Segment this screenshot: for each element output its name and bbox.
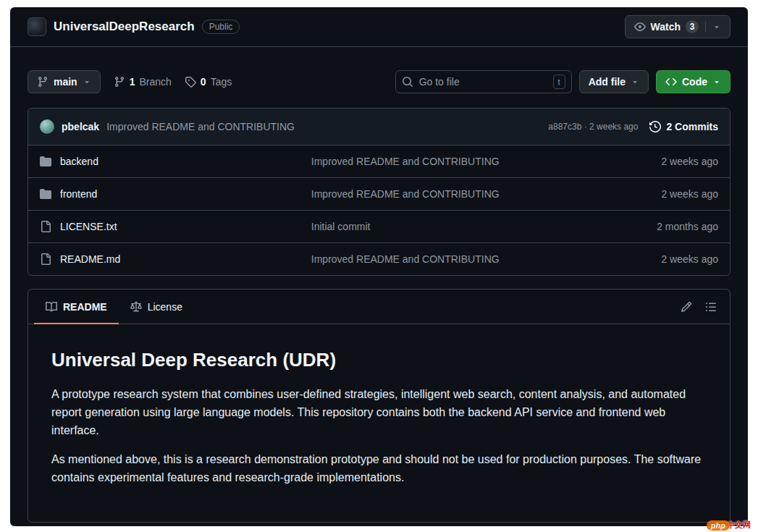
file-name[interactable]: frontend (60, 188, 97, 200)
tab-license-label: License (148, 301, 182, 313)
go-to-file-input[interactable] (419, 76, 547, 88)
current-branch-label: main (54, 76, 77, 88)
repo-name[interactable]: UniversalDeepResearch (54, 20, 195, 34)
latest-commit-info: pbelcak Improved README and CONTRIBUTING (40, 119, 295, 134)
git-branch-icon (114, 76, 125, 88)
tab-readme[interactable]: README (34, 290, 119, 324)
button-separator (705, 21, 706, 33)
add-file-button[interactable]: Add file (579, 70, 649, 93)
chevron-down-icon (712, 77, 721, 86)
pencil-icon (681, 301, 692, 313)
files-table: pbelcak Improved README and CONTRIBUTING… (28, 108, 730, 276)
eye-icon (634, 21, 646, 33)
edit-readme-button[interactable] (681, 301, 692, 313)
file-commit-message[interactable]: Improved README and CONTRIBUTING (311, 188, 610, 200)
keyboard-shortcut-hint: t (553, 75, 565, 89)
tab-license[interactable]: License (119, 290, 194, 324)
branch-selector-button[interactable]: main (28, 70, 101, 93)
commit-author[interactable]: pbelcak (62, 121, 99, 132)
table-row[interactable]: LICENSE.txt Initial commit 2 months ago (28, 210, 730, 242)
folder-icon (40, 156, 51, 167)
add-file-label: Add file (589, 76, 626, 88)
commit-author-avatar[interactable] (40, 119, 54, 134)
book-icon (46, 301, 57, 313)
file-name[interactable]: backend (60, 156, 98, 167)
file-commit-time: 2 weeks ago (610, 253, 718, 265)
latest-commit-meta: a887c3b · 2 weeks ago 2 Commits (548, 121, 718, 132)
readme-panel: README License Universal Deep Research (… (28, 289, 730, 523)
file-commit-time: 2 months ago (610, 221, 718, 232)
file-name-cell[interactable]: LICENSE.txt (40, 221, 311, 232)
chevron-down-icon (631, 77, 639, 86)
file-name-cell[interactable]: backend (40, 156, 311, 167)
repo-avatar[interactable] (28, 17, 46, 36)
history-icon (649, 121, 661, 132)
branches-link[interactable]: 1 Branch (114, 76, 172, 88)
tag-icon (185, 76, 196, 88)
go-to-file-box: t (395, 70, 572, 93)
search-icon (402, 76, 413, 88)
table-row[interactable]: README.md Improved README and CONTRIBUTI… (28, 242, 730, 275)
file-name-cell[interactable]: README.md (40, 253, 311, 265)
commit-hash-time[interactable]: a887c3b · 2 weeks ago (548, 122, 638, 132)
table-row[interactable]: backend Improved README and CONTRIBUTING… (28, 145, 730, 177)
visibility-badge: Public (202, 20, 240, 34)
commit-count-label: 2 Commits (666, 121, 718, 132)
file-name[interactable]: LICENSE.txt (60, 221, 117, 232)
watch-count: 3 (686, 20, 699, 33)
file-icon (40, 253, 51, 265)
branch-bar-left: main 1 Branch 0 Tags (28, 70, 232, 93)
tag-count: 0 (201, 76, 206, 88)
file-commit-message[interactable]: Initial commit (311, 221, 610, 232)
repo-content: main 1 Branch 0 Tags t (10, 47, 748, 523)
commit-history-link[interactable]: 2 Commits (649, 121, 718, 132)
watermark: php 中文网 (707, 520, 751, 531)
file-commit-message[interactable]: Improved README and CONTRIBUTING (311, 253, 610, 265)
readme-tools (681, 301, 724, 313)
branch-bar: main 1 Branch 0 Tags t (28, 70, 730, 93)
outline-button[interactable] (705, 301, 717, 313)
list-unordered-icon (705, 301, 717, 313)
commit-message[interactable]: Improved README and CONTRIBUTING (106, 121, 295, 132)
code-button[interactable]: Code (656, 70, 730, 93)
readme-tab-bar: README License (28, 290, 730, 324)
tab-readme-label: README (63, 301, 107, 313)
code-label: Code (682, 76, 707, 88)
law-scales-icon (130, 301, 142, 313)
chevron-down-icon (83, 77, 91, 86)
file-commit-time: 2 weeks ago (610, 188, 718, 200)
latest-commit-row: pbelcak Improved README and CONTRIBUTING… (28, 109, 730, 145)
watermark-logo: php (707, 520, 730, 531)
branch-count: 1 (130, 76, 135, 88)
readme-paragraph: As mentioned above, this is a research d… (51, 451, 707, 487)
table-row[interactable]: frontend Improved README and CONTRIBUTIN… (28, 177, 730, 210)
tags-link[interactable]: 0 Tags (185, 76, 232, 88)
readme-paragraph: A prototype research system that combine… (51, 386, 707, 439)
file-name-cell[interactable]: frontend (40, 188, 311, 200)
branch-bar-right: t Add file Code (395, 70, 730, 93)
file-icon (40, 221, 51, 232)
chevron-down-icon (712, 22, 721, 31)
branch-word: Branch (139, 76, 171, 88)
file-name[interactable]: README.md (60, 253, 120, 265)
code-icon (665, 76, 677, 88)
tag-word: Tags (211, 76, 232, 88)
file-commit-time: 2 weeks ago (610, 156, 718, 167)
readme-content: Universal Deep Research (UDR) A prototyp… (28, 324, 730, 522)
github-repo-page: UniversalDeepResearch Public Watch 3 mai… (10, 7, 748, 526)
watermark-text: 中文网 (727, 520, 751, 531)
watch-label: Watch (651, 21, 681, 33)
repo-title-group: UniversalDeepResearch Public (28, 17, 240, 36)
file-commit-message[interactable]: Improved README and CONTRIBUTING (311, 156, 610, 167)
git-branch-icon (37, 76, 49, 88)
watch-button[interactable]: Watch 3 (625, 15, 730, 38)
repo-header: UniversalDeepResearch Public Watch 3 (10, 7, 748, 46)
folder-icon (40, 188, 51, 200)
readme-heading: Universal Deep Research (UDR) (51, 349, 707, 371)
